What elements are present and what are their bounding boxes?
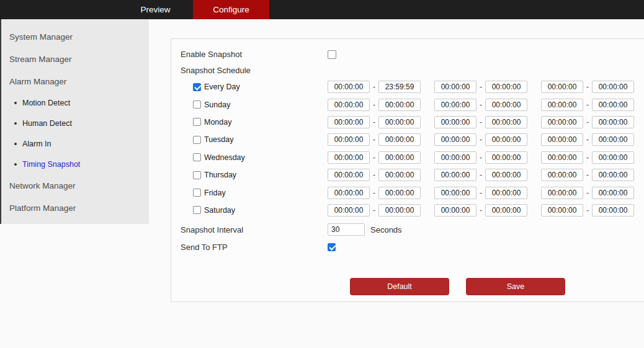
time-start-input-2[interactable]	[434, 204, 476, 216]
day-checkbox-saturday[interactable]	[193, 206, 201, 214]
sidebar-item-label: System Manager	[9, 32, 73, 42]
time-end-input-2[interactable]	[485, 151, 527, 164]
time-end-input-3[interactable]	[592, 99, 634, 111]
sidebar-menu: System ManagerStream ManagerAlarm Manage…	[0, 19, 149, 224]
time-range-1: -	[328, 151, 421, 164]
time-start-input-3[interactable]	[541, 187, 583, 199]
day-label: Monday	[204, 118, 231, 127]
schedule-row: Every Day - - -	[181, 78, 644, 96]
time-end-input-2[interactable]	[485, 81, 527, 93]
time-range-2: -	[434, 169, 527, 181]
schedule-row: Friday - - -	[181, 184, 644, 201]
time-start-input-1[interactable]	[328, 204, 370, 216]
time-end-input-2[interactable]	[485, 187, 527, 199]
day-checkbox-friday[interactable]	[193, 189, 201, 197]
tab-preview[interactable]: Preview	[118, 0, 193, 19]
day-checkbox-thursday[interactable]	[193, 171, 201, 179]
day-checkbox-every-day[interactable]	[193, 83, 201, 91]
day-checkbox-tuesday[interactable]	[193, 136, 201, 144]
time-start-input-3[interactable]	[541, 81, 583, 93]
time-start-input-1[interactable]	[328, 81, 370, 93]
time-start-input-3[interactable]	[541, 116, 583, 128]
time-start-input-1[interactable]	[328, 99, 370, 111]
day-checkbox-sunday[interactable]	[193, 100, 201, 109]
tab-configure[interactable]: Configure	[193, 0, 269, 19]
time-end-input-1[interactable]	[378, 204, 421, 216]
day-checkbox-wednesday[interactable]	[193, 153, 201, 161]
time-end-input-3[interactable]	[592, 169, 634, 181]
sidebar-item-motion-detect[interactable]: Motion Detect	[1, 92, 149, 113]
time-start-input-1[interactable]	[328, 169, 370, 181]
day-column: Wednesday	[181, 153, 328, 162]
snapshot-interval-input[interactable]	[328, 223, 365, 236]
sidebar-item-stream-manager[interactable]: Stream Manager	[1, 48, 149, 70]
time-start-input-3[interactable]	[541, 204, 583, 216]
time-start-input-3[interactable]	[541, 133, 583, 146]
time-end-input-2[interactable]	[485, 204, 527, 216]
send-to-ftp-checkbox[interactable]	[328, 243, 336, 251]
time-end-input-2[interactable]	[485, 133, 527, 146]
schedule-row: Saturday - - -	[181, 202, 644, 219]
sidebar-item-timing-snapshot[interactable]: Timing Snapshot	[1, 154, 149, 174]
day-label: Saturday	[204, 206, 235, 215]
time-end-input-3[interactable]	[592, 81, 634, 93]
sidebar-item-label: Timing Snapshot	[22, 160, 80, 169]
sidebar-item-label: Alarm Manager	[9, 77, 66, 86]
time-end-input-1[interactable]	[378, 187, 421, 199]
time-end-input-1[interactable]	[378, 99, 421, 111]
time-range-2: -	[434, 133, 527, 146]
time-start-input-2[interactable]	[434, 116, 476, 128]
time-end-input-3[interactable]	[592, 133, 634, 146]
time-end-input-3[interactable]	[592, 187, 634, 199]
time-start-input-1[interactable]	[328, 151, 370, 164]
schedule-row: Thursday - - -	[181, 166, 644, 184]
sidebar-item-alarm-in[interactable]: Alarm In	[1, 133, 149, 154]
day-label: Friday	[204, 189, 226, 197]
time-range-2: -	[434, 116, 527, 128]
time-separator: -	[373, 171, 375, 179]
time-start-input-3[interactable]	[541, 99, 583, 111]
sidebar-item-system-manager[interactable]: System Manager	[1, 25, 149, 48]
time-range-3: -	[541, 169, 634, 181]
time-start-input-3[interactable]	[541, 151, 583, 164]
save-button[interactable]: Save	[466, 278, 565, 295]
time-end-input-1[interactable]	[378, 169, 421, 181]
sidebar-item-human-detect[interactable]: Human Detect	[1, 113, 149, 133]
time-end-input-2[interactable]	[485, 99, 527, 111]
time-start-input-2[interactable]	[434, 99, 476, 111]
time-range-1: -	[328, 169, 421, 181]
sidebar-item-platform-manager[interactable]: Platform Manager	[1, 197, 149, 219]
schedule-row: Tuesday - - -	[181, 131, 644, 148]
time-end-input-2[interactable]	[485, 169, 527, 181]
time-start-input-1[interactable]	[328, 116, 370, 128]
time-end-input-3[interactable]	[592, 151, 634, 164]
time-range-1: -	[328, 204, 421, 216]
time-range-3: -	[541, 151, 634, 164]
time-end-input-1[interactable]	[378, 133, 421, 146]
time-separator: -	[373, 100, 375, 109]
time-start-input-1[interactable]	[328, 133, 370, 146]
enable-snapshot-row: Enable Snapshot	[181, 46, 644, 63]
time-start-input-2[interactable]	[434, 133, 476, 146]
default-button[interactable]: Default	[350, 278, 449, 295]
time-start-input-1[interactable]	[328, 187, 370, 199]
time-end-input-1[interactable]	[378, 151, 421, 164]
sidebar-item-network-manager[interactable]: Network Manager	[1, 174, 149, 197]
time-start-input-2[interactable]	[434, 151, 476, 164]
day-label: Every Day	[204, 83, 240, 91]
time-separator: -	[373, 153, 375, 162]
enable-snapshot-checkbox[interactable]	[328, 50, 336, 59]
time-range-2: -	[434, 204, 527, 216]
time-end-input-2[interactable]	[485, 116, 527, 128]
time-start-input-2[interactable]	[434, 81, 476, 93]
time-range-2: -	[434, 187, 527, 199]
time-end-input-3[interactable]	[592, 116, 634, 128]
time-start-input-2[interactable]	[434, 187, 476, 199]
day-checkbox-monday[interactable]	[193, 118, 201, 126]
sidebar-item-alarm-manager[interactable]: Alarm Manager	[1, 70, 149, 92]
time-start-input-3[interactable]	[541, 169, 583, 181]
time-end-input-3[interactable]	[592, 204, 634, 216]
time-start-input-2[interactable]	[434, 169, 476, 181]
time-end-input-1[interactable]	[378, 81, 421, 93]
time-end-input-1[interactable]	[378, 116, 421, 128]
